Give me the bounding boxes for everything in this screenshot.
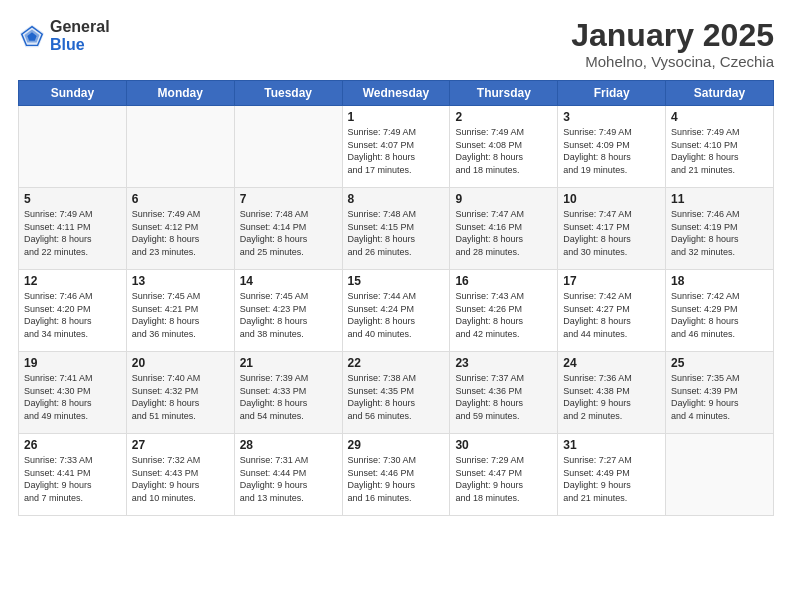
day-info: Sunrise: 7:49 AM Sunset: 4:10 PM Dayligh… (671, 126, 768, 176)
day-info: Sunrise: 7:48 AM Sunset: 4:14 PM Dayligh… (240, 208, 337, 258)
day-number: 1 (348, 110, 445, 124)
calendar-week-row: 1Sunrise: 7:49 AM Sunset: 4:07 PM Daylig… (19, 106, 774, 188)
logo-icon (18, 22, 46, 50)
table-row: 27Sunrise: 7:32 AM Sunset: 4:43 PM Dayli… (126, 434, 234, 516)
table-row (234, 106, 342, 188)
table-row: 30Sunrise: 7:29 AM Sunset: 4:47 PM Dayli… (450, 434, 558, 516)
day-info: Sunrise: 7:49 AM Sunset: 4:08 PM Dayligh… (455, 126, 552, 176)
day-info: Sunrise: 7:33 AM Sunset: 4:41 PM Dayligh… (24, 454, 121, 504)
day-number: 8 (348, 192, 445, 206)
day-number: 30 (455, 438, 552, 452)
calendar-header-row: Sunday Monday Tuesday Wednesday Thursday… (19, 81, 774, 106)
day-info: Sunrise: 7:31 AM Sunset: 4:44 PM Dayligh… (240, 454, 337, 504)
day-number: 31 (563, 438, 660, 452)
col-wednesday: Wednesday (342, 81, 450, 106)
day-number: 26 (24, 438, 121, 452)
day-info: Sunrise: 7:49 AM Sunset: 4:09 PM Dayligh… (563, 126, 660, 176)
table-row (666, 434, 774, 516)
col-friday: Friday (558, 81, 666, 106)
page: General Blue January 2025 Mohelno, Vysoc… (0, 0, 792, 612)
day-number: 14 (240, 274, 337, 288)
day-info: Sunrise: 7:38 AM Sunset: 4:35 PM Dayligh… (348, 372, 445, 422)
col-thursday: Thursday (450, 81, 558, 106)
day-info: Sunrise: 7:30 AM Sunset: 4:46 PM Dayligh… (348, 454, 445, 504)
day-info: Sunrise: 7:46 AM Sunset: 4:20 PM Dayligh… (24, 290, 121, 340)
table-row (126, 106, 234, 188)
day-info: Sunrise: 7:49 AM Sunset: 4:07 PM Dayligh… (348, 126, 445, 176)
day-info: Sunrise: 7:36 AM Sunset: 4:38 PM Dayligh… (563, 372, 660, 422)
col-monday: Monday (126, 81, 234, 106)
table-row: 31Sunrise: 7:27 AM Sunset: 4:49 PM Dayli… (558, 434, 666, 516)
calendar-week-row: 12Sunrise: 7:46 AM Sunset: 4:20 PM Dayli… (19, 270, 774, 352)
main-title: January 2025 (571, 18, 774, 53)
logo: General Blue (18, 18, 110, 53)
table-row: 19Sunrise: 7:41 AM Sunset: 4:30 PM Dayli… (19, 352, 127, 434)
day-info: Sunrise: 7:32 AM Sunset: 4:43 PM Dayligh… (132, 454, 229, 504)
day-info: Sunrise: 7:35 AM Sunset: 4:39 PM Dayligh… (671, 372, 768, 422)
table-row: 8Sunrise: 7:48 AM Sunset: 4:15 PM Daylig… (342, 188, 450, 270)
day-number: 16 (455, 274, 552, 288)
day-number: 7 (240, 192, 337, 206)
title-block: January 2025 Mohelno, Vysocina, Czechia (571, 18, 774, 70)
day-info: Sunrise: 7:47 AM Sunset: 4:17 PM Dayligh… (563, 208, 660, 258)
day-number: 29 (348, 438, 445, 452)
calendar-week-row: 26Sunrise: 7:33 AM Sunset: 4:41 PM Dayli… (19, 434, 774, 516)
table-row: 18Sunrise: 7:42 AM Sunset: 4:29 PM Dayli… (666, 270, 774, 352)
table-row: 26Sunrise: 7:33 AM Sunset: 4:41 PM Dayli… (19, 434, 127, 516)
day-info: Sunrise: 7:43 AM Sunset: 4:26 PM Dayligh… (455, 290, 552, 340)
day-info: Sunrise: 7:49 AM Sunset: 4:11 PM Dayligh… (24, 208, 121, 258)
sub-title: Mohelno, Vysocina, Czechia (571, 53, 774, 70)
table-row: 7Sunrise: 7:48 AM Sunset: 4:14 PM Daylig… (234, 188, 342, 270)
day-number: 9 (455, 192, 552, 206)
day-number: 4 (671, 110, 768, 124)
calendar-week-row: 5Sunrise: 7:49 AM Sunset: 4:11 PM Daylig… (19, 188, 774, 270)
table-row: 25Sunrise: 7:35 AM Sunset: 4:39 PM Dayli… (666, 352, 774, 434)
day-number: 23 (455, 356, 552, 370)
table-row: 28Sunrise: 7:31 AM Sunset: 4:44 PM Dayli… (234, 434, 342, 516)
day-info: Sunrise: 7:44 AM Sunset: 4:24 PM Dayligh… (348, 290, 445, 340)
day-number: 21 (240, 356, 337, 370)
header: General Blue January 2025 Mohelno, Vysoc… (18, 18, 774, 70)
day-info: Sunrise: 7:39 AM Sunset: 4:33 PM Dayligh… (240, 372, 337, 422)
table-row: 3Sunrise: 7:49 AM Sunset: 4:09 PM Daylig… (558, 106, 666, 188)
table-row: 23Sunrise: 7:37 AM Sunset: 4:36 PM Dayli… (450, 352, 558, 434)
table-row: 12Sunrise: 7:46 AM Sunset: 4:20 PM Dayli… (19, 270, 127, 352)
day-info: Sunrise: 7:45 AM Sunset: 4:21 PM Dayligh… (132, 290, 229, 340)
day-number: 27 (132, 438, 229, 452)
logo-blue-text: Blue (50, 36, 110, 54)
day-info: Sunrise: 7:37 AM Sunset: 4:36 PM Dayligh… (455, 372, 552, 422)
day-info: Sunrise: 7:47 AM Sunset: 4:16 PM Dayligh… (455, 208, 552, 258)
table-row: 2Sunrise: 7:49 AM Sunset: 4:08 PM Daylig… (450, 106, 558, 188)
day-number: 3 (563, 110, 660, 124)
day-number: 25 (671, 356, 768, 370)
day-number: 12 (24, 274, 121, 288)
table-row: 22Sunrise: 7:38 AM Sunset: 4:35 PM Dayli… (342, 352, 450, 434)
day-number: 22 (348, 356, 445, 370)
day-info: Sunrise: 7:46 AM Sunset: 4:19 PM Dayligh… (671, 208, 768, 258)
day-number: 10 (563, 192, 660, 206)
table-row: 9Sunrise: 7:47 AM Sunset: 4:16 PM Daylig… (450, 188, 558, 270)
day-info: Sunrise: 7:42 AM Sunset: 4:27 PM Dayligh… (563, 290, 660, 340)
day-number: 6 (132, 192, 229, 206)
col-saturday: Saturday (666, 81, 774, 106)
day-number: 20 (132, 356, 229, 370)
table-row: 21Sunrise: 7:39 AM Sunset: 4:33 PM Dayli… (234, 352, 342, 434)
day-number: 2 (455, 110, 552, 124)
day-info: Sunrise: 7:41 AM Sunset: 4:30 PM Dayligh… (24, 372, 121, 422)
calendar-table: Sunday Monday Tuesday Wednesday Thursday… (18, 80, 774, 516)
table-row: 1Sunrise: 7:49 AM Sunset: 4:07 PM Daylig… (342, 106, 450, 188)
table-row: 6Sunrise: 7:49 AM Sunset: 4:12 PM Daylig… (126, 188, 234, 270)
day-number: 19 (24, 356, 121, 370)
col-tuesday: Tuesday (234, 81, 342, 106)
table-row: 13Sunrise: 7:45 AM Sunset: 4:21 PM Dayli… (126, 270, 234, 352)
day-number: 24 (563, 356, 660, 370)
table-row: 16Sunrise: 7:43 AM Sunset: 4:26 PM Dayli… (450, 270, 558, 352)
logo-general-text: General (50, 18, 110, 36)
day-info: Sunrise: 7:42 AM Sunset: 4:29 PM Dayligh… (671, 290, 768, 340)
table-row: 17Sunrise: 7:42 AM Sunset: 4:27 PM Dayli… (558, 270, 666, 352)
table-row: 29Sunrise: 7:30 AM Sunset: 4:46 PM Dayli… (342, 434, 450, 516)
day-number: 11 (671, 192, 768, 206)
day-info: Sunrise: 7:29 AM Sunset: 4:47 PM Dayligh… (455, 454, 552, 504)
table-row: 24Sunrise: 7:36 AM Sunset: 4:38 PM Dayli… (558, 352, 666, 434)
day-number: 17 (563, 274, 660, 288)
